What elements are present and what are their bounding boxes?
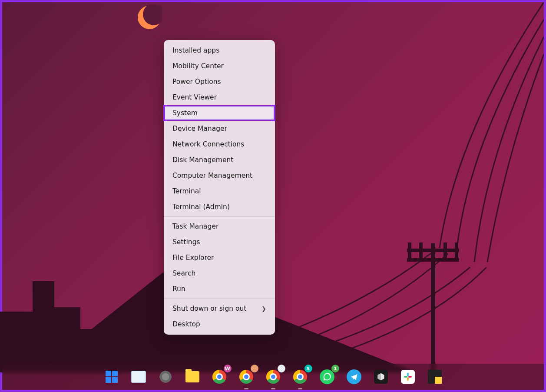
menu-item-label: Installed apps: [172, 47, 219, 54]
taskbar-slack[interactable]: [399, 368, 417, 385]
svg-rect-5: [404, 376, 407, 378]
menu-item-label: Disk Management: [172, 156, 233, 164]
chrome-icon: [266, 370, 280, 384]
svg-rect-7: [408, 376, 411, 378]
cube-icon: [374, 370, 388, 384]
menu-item-network-connections[interactable]: Network Connections: [164, 136, 275, 152]
chrome-icon: [293, 370, 307, 384]
start-button[interactable]: [103, 368, 120, 385]
menu-item-power-options[interactable]: Power Options: [164, 74, 275, 90]
wallpaper-moon-icon: [137, 5, 162, 30]
menu-item-task-manager[interactable]: Task Manager: [164, 219, 275, 234]
menu-item-label: Network Connections: [172, 140, 244, 148]
control-panel-icon: [131, 371, 146, 383]
menu-item-file-explorer[interactable]: File Explorer: [164, 250, 275, 266]
taskbar-chrome-1[interactable]: W: [211, 368, 228, 385]
menu-item-label: Computer Management: [172, 172, 252, 179]
taskbar-telegram[interactable]: [345, 368, 363, 385]
menu-item-computer-management[interactable]: Computer Management: [164, 168, 275, 183]
desktop: Installed apps Mobility Center Power Opt…: [0, 0, 546, 392]
taskbar-sticky-notes[interactable]: [426, 368, 443, 385]
taskbar-whatsapp[interactable]: 1: [318, 368, 336, 385]
chrome-profile-badge: [251, 365, 258, 372]
svg-rect-4: [407, 373, 409, 376]
chevron-right-icon: ❯: [261, 306, 266, 312]
menu-item-terminal[interactable]: Terminal: [164, 183, 275, 199]
running-indicator-icon: [271, 388, 275, 389]
menu-item-label: Mobility Center: [172, 62, 224, 70]
sticky-note-icon: [428, 370, 442, 384]
wallpaper-pole-icon: [407, 243, 459, 374]
notification-badge: 1: [331, 365, 339, 372]
running-indicator-icon: [244, 388, 248, 389]
menu-item-label: Search: [172, 269, 195, 277]
menu-item-device-manager[interactable]: Device Manager: [164, 121, 275, 136]
running-indicator-icon: [298, 388, 302, 389]
menu-separator: [164, 299, 275, 299]
chrome-icon: [239, 370, 253, 384]
folder-icon: [185, 371, 199, 382]
menu-item-label: Shut down or sign out: [172, 305, 246, 312]
menu-item-desktop[interactable]: Desktop: [164, 316, 275, 332]
menu-item-label: Terminal: [172, 187, 201, 195]
menu-separator: [164, 216, 275, 217]
chrome-profile-badge: S: [304, 365, 312, 372]
winx-menu: Installed apps Mobility Center Power Opt…: [164, 40, 275, 335]
svg-rect-6: [407, 377, 409, 381]
taskbar-chrome-2[interactable]: [238, 368, 255, 385]
chrome-profile-badge: W: [224, 365, 232, 372]
menu-item-installed-apps[interactable]: Installed apps: [164, 43, 275, 58]
whatsapp-icon: [320, 369, 334, 384]
taskbar-3d-app[interactable]: [372, 368, 390, 385]
taskbar-chrome-4[interactable]: S: [291, 368, 309, 385]
menu-item-label: Power Options: [172, 78, 221, 86]
menu-item-label: System: [172, 109, 198, 117]
menu-item-label: Task Manager: [172, 223, 218, 230]
menu-item-label: Settings: [172, 238, 200, 246]
menu-item-label: Event Viewer: [172, 93, 217, 101]
windows-icon: [106, 371, 118, 383]
menu-item-label: Device Manager: [172, 125, 227, 133]
menu-item-terminal-admin[interactable]: Terminal (Admin): [164, 199, 275, 215]
menu-item-mobility-center[interactable]: Mobility Center: [164, 58, 275, 74]
menu-item-label: Desktop: [172, 320, 200, 328]
slack-icon: [401, 370, 415, 384]
gear-icon: [159, 370, 172, 384]
taskbar-file-explorer[interactable]: [184, 368, 201, 385]
menu-item-search[interactable]: Search: [164, 266, 275, 281]
chrome-profile-badge: [278, 365, 285, 372]
menu-item-label: Run: [172, 285, 185, 293]
menu-item-event-viewer[interactable]: Event Viewer: [164, 90, 275, 105]
taskbar-settings-gear[interactable]: [157, 368, 174, 385]
menu-item-settings[interactable]: Settings: [164, 234, 275, 250]
telegram-icon: [347, 369, 361, 384]
menu-item-label: File Explorer: [172, 254, 214, 262]
menu-item-disk-management[interactable]: Disk Management: [164, 152, 275, 168]
menu-item-label: Terminal (Admin): [172, 203, 230, 211]
menu-item-system[interactable]: System: [164, 105, 275, 121]
taskbar-chrome-3[interactable]: [265, 368, 282, 385]
menu-item-shutdown[interactable]: Shut down or sign out ❯: [164, 301, 275, 316]
menu-item-run[interactable]: Run: [164, 281, 275, 297]
chrome-icon: [212, 370, 226, 384]
taskbar: W S 1: [2, 364, 544, 390]
taskbar-control-panel[interactable]: [130, 368, 147, 385]
